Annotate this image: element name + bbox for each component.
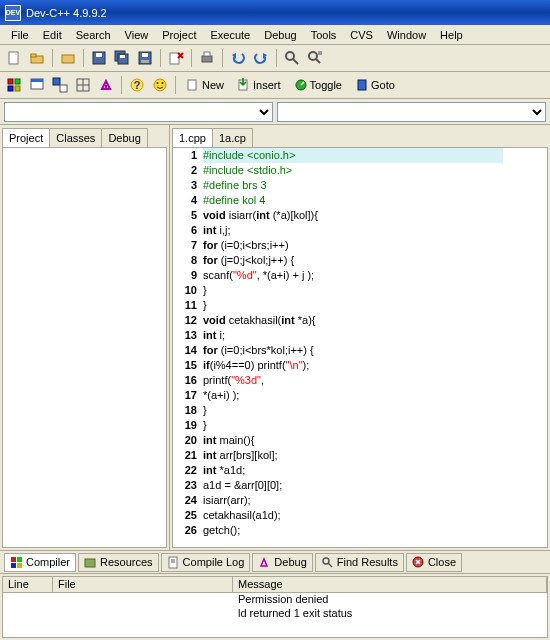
svg-rect-29: [60, 85, 67, 92]
tab-project[interactable]: Project: [2, 128, 50, 147]
menu-debug[interactable]: Debug: [257, 27, 303, 43]
code-line[interactable]: 18}: [173, 403, 547, 418]
code-line[interactable]: 6int i,j;: [173, 223, 547, 238]
about-icon[interactable]: [150, 75, 170, 95]
svg-rect-8: [120, 55, 125, 58]
col-line[interactable]: Line: [3, 577, 53, 592]
svg-rect-5: [96, 53, 102, 57]
code-line[interactable]: 5void isiarr(int (*a)[kol]){: [173, 208, 547, 223]
code-line[interactable]: 2#include <stdio.h>: [173, 163, 547, 178]
col-message[interactable]: Message: [233, 577, 547, 592]
menu-cvs[interactable]: CVS: [343, 27, 380, 43]
code-line[interactable]: 4#define kol 4: [173, 193, 547, 208]
rebuild-icon[interactable]: [73, 75, 93, 95]
save-icon[interactable]: [89, 48, 109, 68]
print-icon[interactable]: [197, 48, 217, 68]
message-row[interactable]: ld returned 1 exit status: [3, 607, 547, 621]
bottom-tab-compiler[interactable]: Compiler: [4, 553, 76, 572]
save-multi-icon[interactable]: [135, 48, 155, 68]
menu-tools[interactable]: Tools: [304, 27, 344, 43]
code-line[interactable]: 1#include <conio.h>: [173, 148, 547, 163]
code-line[interactable]: 25cetakhasil(a1d);: [173, 508, 547, 523]
code-line[interactable]: 20int main(){: [173, 433, 547, 448]
file-tab[interactable]: 1a.cp: [212, 128, 253, 147]
svg-line-52: [328, 563, 332, 567]
menu-window[interactable]: Window: [380, 27, 433, 43]
redo-icon[interactable]: [251, 48, 271, 68]
file-tab[interactable]: 1.cpp: [172, 128, 213, 147]
find-icon[interactable]: [282, 48, 302, 68]
code-line[interactable]: 17*(a+i) );: [173, 388, 547, 403]
col-file[interactable]: File: [53, 577, 233, 592]
code-line[interactable]: 12void cetakhasil(int *a){: [173, 313, 547, 328]
menu-file[interactable]: File: [4, 27, 36, 43]
svg-rect-24: [8, 86, 13, 91]
code-line[interactable]: 26getch();: [173, 523, 547, 538]
code-line[interactable]: 7for (i=0;i<brs;i++): [173, 238, 547, 253]
code-line[interactable]: 24isiarr(arr);: [173, 493, 547, 508]
toolbar-2: ? New Insert Toggle Goto: [0, 72, 550, 99]
svg-rect-45: [11, 563, 16, 568]
code-line[interactable]: 23a1d = &arr[0][0];: [173, 478, 547, 493]
bottom-tab-debug[interactable]: Debug: [252, 553, 312, 572]
svg-rect-3: [62, 55, 74, 63]
debug-icon[interactable]: [96, 75, 116, 95]
insert-button[interactable]: Insert: [232, 75, 286, 95]
func-combo[interactable]: [277, 102, 546, 122]
code-line[interactable]: 16printf("%3d",: [173, 373, 547, 388]
menu-execute[interactable]: Execute: [203, 27, 257, 43]
message-row[interactable]: Permission denied: [3, 593, 547, 607]
undo-icon[interactable]: [228, 48, 248, 68]
run-icon[interactable]: [27, 75, 47, 95]
menu-help[interactable]: Help: [433, 27, 470, 43]
svg-rect-21: [318, 51, 322, 55]
open-project-icon[interactable]: [27, 48, 47, 68]
code-line[interactable]: 11}: [173, 298, 547, 313]
menu-search[interactable]: Search: [69, 27, 118, 43]
bottom-tab-close[interactable]: Close: [406, 553, 462, 572]
code-line[interactable]: 15if(i%4==0) printf("\n");: [173, 358, 547, 373]
code-line[interactable]: 13int i;: [173, 328, 547, 343]
svg-rect-25: [15, 86, 20, 91]
class-combo[interactable]: [4, 102, 273, 122]
compile-run-icon[interactable]: [50, 75, 70, 95]
message-panel[interactable]: Line File Message Permission deniedld re…: [2, 576, 548, 638]
tab-debug[interactable]: Debug: [101, 128, 147, 147]
new-file-icon[interactable]: [4, 48, 24, 68]
menu-view[interactable]: View: [118, 27, 156, 43]
compile-icon[interactable]: [4, 75, 24, 95]
open-icon[interactable]: [58, 48, 78, 68]
goto-button[interactable]: Goto: [350, 75, 400, 95]
project-tree[interactable]: [2, 147, 167, 548]
bottom-tab-find-results[interactable]: Find Results: [315, 553, 404, 572]
menu-bar: FileEditSearchViewProjectExecuteDebugToo…: [0, 25, 550, 45]
separator: [83, 49, 84, 67]
save-all-icon[interactable]: [112, 48, 132, 68]
code-line[interactable]: 22int *a1d;: [173, 463, 547, 478]
code-line[interactable]: 10}: [173, 283, 547, 298]
svg-rect-15: [202, 56, 212, 62]
code-line[interactable]: 8for (j=0;j<kol;j++) {: [173, 253, 547, 268]
new-button[interactable]: New: [181, 75, 229, 95]
code-line[interactable]: 21int arr[brs][kol];: [173, 448, 547, 463]
svg-rect-43: [11, 557, 16, 562]
menu-project[interactable]: Project: [155, 27, 203, 43]
close-tab-icon[interactable]: [166, 48, 186, 68]
code-editor[interactable]: 1#include <conio.h>2#include <stdio.h>3#…: [172, 147, 548, 548]
bottom-tab-resources[interactable]: Resources: [78, 553, 159, 572]
separator: [191, 49, 192, 67]
bottom-tab-compile-log[interactable]: Compile Log: [161, 553, 251, 572]
svg-text:?: ?: [134, 79, 141, 91]
help-icon[interactable]: ?: [127, 75, 147, 95]
code-line[interactable]: 19}: [173, 418, 547, 433]
separator: [276, 49, 277, 67]
replace-icon[interactable]: [305, 48, 325, 68]
code-line[interactable]: 14for (i=0;i<brs*kol;i++) {: [173, 343, 547, 358]
toggle-button[interactable]: Toggle: [289, 75, 347, 95]
tab-classes[interactable]: Classes: [49, 128, 102, 147]
window-title: Dev-C++ 4.9.9.2: [26, 7, 107, 19]
combo-bar: [0, 99, 550, 125]
menu-edit[interactable]: Edit: [36, 27, 69, 43]
code-line[interactable]: 3#define brs 3: [173, 178, 547, 193]
code-line[interactable]: 9scanf("%d", *(a+i) + j );: [173, 268, 547, 283]
